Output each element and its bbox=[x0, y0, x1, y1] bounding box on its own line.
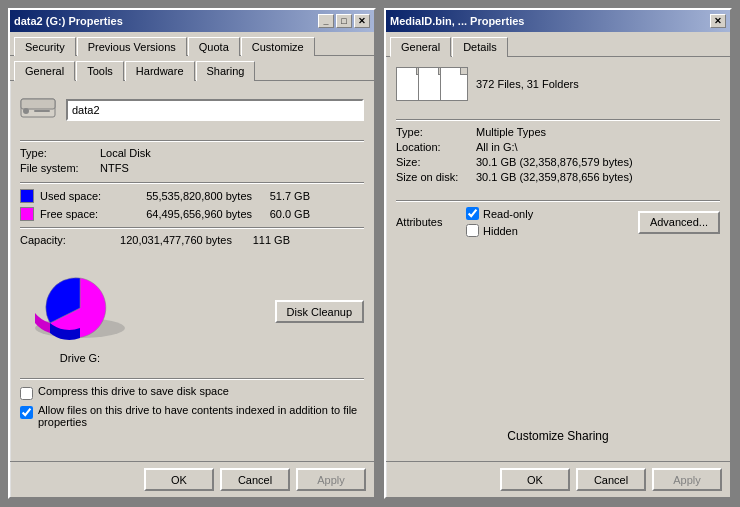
index-checkbox[interactable] bbox=[20, 406, 33, 419]
close-button-1[interactable]: ✕ bbox=[354, 14, 370, 28]
size-disk-row: Size on disk: 30.1 GB (32,359,878,656 by… bbox=[396, 171, 720, 183]
svg-point-2 bbox=[23, 108, 29, 114]
customize-sharing-area: Customize Sharing bbox=[396, 421, 720, 451]
ok-button-2[interactable]: OK bbox=[500, 468, 570, 491]
ok-button-1[interactable]: OK bbox=[144, 468, 214, 491]
attributes-row: Attributes Read-only Hidden Advanced... bbox=[396, 207, 720, 237]
hidden-checkbox[interactable] bbox=[466, 224, 479, 237]
tab-row-1-bottom: General Tools Hardware Sharing bbox=[10, 56, 374, 81]
compress-label: Compress this drive to save disk space bbox=[38, 385, 229, 397]
tab-tools[interactable]: Tools bbox=[76, 61, 124, 81]
used-color-box bbox=[20, 189, 34, 203]
content-area-1: Type: Local Disk File system: NTFS Used … bbox=[10, 81, 374, 461]
tab-sharing[interactable]: Sharing bbox=[196, 61, 256, 81]
bottom-bar-1: OK Cancel Apply bbox=[10, 461, 374, 497]
tab-general-1[interactable]: General bbox=[14, 61, 75, 81]
attributes-label: Attributes bbox=[396, 216, 466, 228]
tab-previous-versions[interactable]: Previous Versions bbox=[77, 37, 187, 56]
hidden-label: Hidden bbox=[483, 225, 518, 237]
fs-row: File system: NTFS bbox=[20, 162, 364, 174]
drive-name-row bbox=[20, 91, 364, 128]
title-bar-2: MediaID.bin, ... Properties ✕ bbox=[386, 10, 730, 32]
advanced-button[interactable]: Advanced... bbox=[638, 211, 720, 234]
title-bar-buttons-1: _ □ ✕ bbox=[318, 14, 370, 28]
free-space-row: Free space: 64,495,656,960 bytes 60.0 GB bbox=[20, 207, 364, 221]
drive-name-input[interactable] bbox=[66, 99, 364, 121]
used-label: Used space: bbox=[40, 190, 112, 202]
type-value: Local Disk bbox=[100, 147, 364, 159]
sep-d1 bbox=[396, 119, 720, 120]
files-icon-group bbox=[396, 67, 464, 101]
sep-2 bbox=[20, 182, 364, 183]
title-bar-buttons-2: ✕ bbox=[710, 14, 726, 28]
tab-security[interactable]: Security bbox=[14, 37, 76, 56]
cancel-button-1[interactable]: Cancel bbox=[220, 468, 290, 491]
file-info-grid: Type: Multiple Types Location: All in G:… bbox=[396, 126, 720, 186]
capacity-gb: 111 GB bbox=[240, 234, 290, 246]
drive-info-grid: Type: Local Disk File system: NTFS bbox=[20, 147, 364, 174]
disk-cleanup-button[interactable]: Disk Cleanup bbox=[275, 300, 364, 323]
size-label: Size: bbox=[396, 156, 476, 168]
location-label: Location: bbox=[396, 141, 476, 153]
sep-1 bbox=[20, 140, 364, 141]
svg-rect-1 bbox=[21, 99, 55, 109]
readonly-label: Read-only bbox=[483, 208, 533, 220]
used-bytes: 55,535,820,800 bytes bbox=[112, 190, 252, 202]
tab-row-1-top: Security Previous Versions Quota Customi… bbox=[10, 32, 374, 56]
apply-button-2[interactable]: Apply bbox=[652, 468, 722, 491]
tab-hardware[interactable]: Hardware bbox=[125, 61, 195, 81]
file-header: 372 Files, 31 Folders bbox=[396, 67, 720, 101]
capacity-label: Capacity: bbox=[20, 234, 92, 246]
attr-checkboxes: Read-only Hidden bbox=[466, 207, 533, 237]
dialog-drive-properties: data2 (G:) Properties _ □ ✕ Security Pre… bbox=[8, 8, 376, 499]
bottom-bar-2: OK Cancel Apply bbox=[386, 461, 730, 497]
free-color-box bbox=[20, 207, 34, 221]
maximize-button-1[interactable]: □ bbox=[336, 14, 352, 28]
drive-label: Drive G: bbox=[60, 352, 100, 364]
size-disk-value: 30.1 GB (32,359,878,656 bytes) bbox=[476, 171, 720, 183]
cancel-button-2[interactable]: Cancel bbox=[576, 468, 646, 491]
tab-quota[interactable]: Quota bbox=[188, 37, 240, 56]
tab-row-2: General Details bbox=[386, 32, 730, 57]
svg-rect-3 bbox=[34, 110, 50, 112]
pie-chart bbox=[20, 258, 140, 348]
customize-sharing-label: Customize Sharing bbox=[507, 429, 608, 443]
capacity-bytes: 120,031,477,760 bytes bbox=[92, 234, 232, 246]
file-type-row: Type: Multiple Types bbox=[396, 126, 720, 138]
fs-label: File system: bbox=[20, 162, 100, 174]
free-label: Free space: bbox=[40, 208, 112, 220]
space-info: Used space: 55,535,820,800 bytes 51.7 GB… bbox=[20, 189, 364, 221]
compress-checkbox-row: Compress this drive to save disk space bbox=[20, 385, 364, 400]
pie-container: Drive G: bbox=[20, 258, 140, 364]
fs-value: NTFS bbox=[100, 162, 364, 174]
tab-customize[interactable]: Customize bbox=[241, 37, 315, 56]
free-bytes: 64,495,656,960 bytes bbox=[112, 208, 252, 220]
readonly-checkbox[interactable] bbox=[466, 207, 479, 220]
close-button-2[interactable]: ✕ bbox=[710, 14, 726, 28]
sep-3 bbox=[20, 227, 364, 228]
file-count: 372 Files, 31 Folders bbox=[476, 78, 579, 90]
tab-details[interactable]: Details bbox=[452, 37, 508, 57]
title-bar-1: data2 (G:) Properties _ □ ✕ bbox=[10, 10, 374, 32]
apply-button-1[interactable]: Apply bbox=[296, 468, 366, 491]
doc-icon-3 bbox=[440, 67, 468, 101]
size-value: 30.1 GB (32,358,876,579 bytes) bbox=[476, 156, 720, 168]
compress-checkbox[interactable] bbox=[20, 387, 33, 400]
file-type-value: Multiple Types bbox=[476, 126, 720, 138]
type-label: Type: bbox=[20, 147, 100, 159]
size-disk-label: Size on disk: bbox=[396, 171, 476, 183]
location-value: All in G:\ bbox=[476, 141, 720, 153]
index-checkbox-row: Allow files on this drive to have conten… bbox=[20, 404, 364, 428]
title-bar-2-text: MediaID.bin, ... Properties bbox=[390, 15, 524, 27]
sep-d2 bbox=[396, 200, 720, 201]
index-label: Allow files on this drive to have conten… bbox=[38, 404, 364, 428]
used-gb: 51.7 GB bbox=[260, 190, 310, 202]
dialog-file-properties: MediaID.bin, ... Properties ✕ General De… bbox=[384, 8, 732, 499]
minimize-button-1[interactable]: _ bbox=[318, 14, 334, 28]
tab-general-2[interactable]: General bbox=[390, 37, 451, 57]
readonly-row: Read-only bbox=[466, 207, 533, 220]
title-bar-1-text: data2 (G:) Properties bbox=[14, 15, 123, 27]
capacity-row: Capacity: 120,031,477,760 bytes 111 GB bbox=[20, 234, 364, 246]
size-row: Size: 30.1 GB (32,358,876,579 bytes) bbox=[396, 156, 720, 168]
used-space-row: Used space: 55,535,820,800 bytes 51.7 GB bbox=[20, 189, 364, 203]
